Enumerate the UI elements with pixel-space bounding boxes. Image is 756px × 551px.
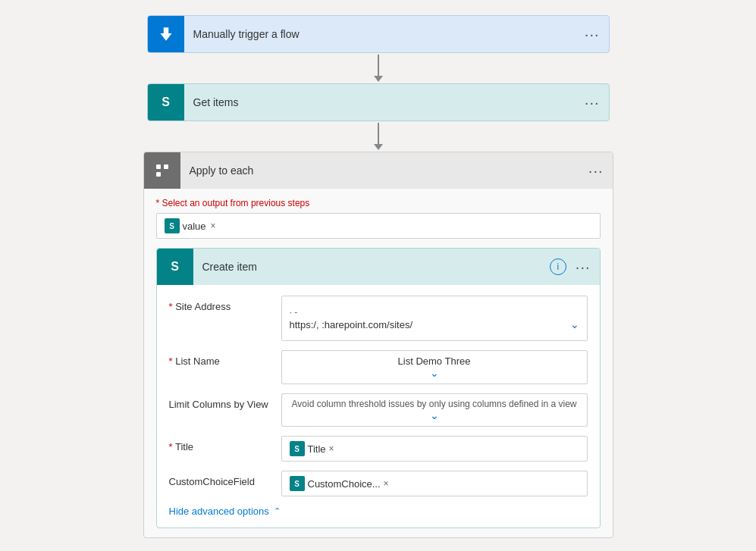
limit-columns-label: Limit Columns by View [169, 393, 275, 410]
limit-columns-input[interactable]: Avoid column threshold issues by only us… [281, 393, 588, 427]
info-button[interactable]: i [550, 258, 566, 275]
create-item-form: * Site Address · - https:/, :harepoint.c… [157, 285, 600, 528]
svg-rect-1 [164, 164, 168, 169]
apply-each-label: Apply to each [180, 154, 579, 187]
list-name-input[interactable]: List Demo Three ⌄ [281, 350, 588, 384]
title-tag-text: Title [308, 443, 326, 455]
limit-columns-chevron: ⌄ [430, 409, 439, 421]
create-item-header: S Create item i ··· [157, 249, 600, 285]
getitems-more-button[interactable]: ··· [576, 94, 609, 111]
value-tag-close[interactable]: × [211, 221, 216, 231]
custom-choice-row: CustomChoiceField S CustomChoice... × [169, 471, 588, 496]
site-address-value: https:/, :harepoint.com/sites/ [290, 319, 413, 330]
hide-advanced-chevron-icon: ⌃ [274, 506, 281, 516]
trigger-label: Manually trigger a flow [184, 17, 576, 51]
apply-each-icon [144, 152, 180, 189]
custom-choice-tag: S CustomChoice... × [290, 476, 579, 491]
limit-columns-row: Limit Columns by View Avoid column thres… [169, 393, 588, 427]
value-tag-icon: S [165, 218, 180, 233]
site-address-placeholder: · - [290, 306, 579, 319]
hide-advanced-label: Hide advanced options [169, 506, 269, 517]
value-tag: S value × [165, 218, 216, 233]
title-label: * Title [169, 436, 275, 452]
value-tag-text: value [183, 221, 206, 232]
site-address-label: * Site Address [169, 296, 275, 312]
getitems-label: Get items [184, 86, 576, 119]
apply-each-more-button[interactable]: ··· [579, 162, 613, 180]
trigger-icon [148, 16, 184, 52]
create-item-actions: i ··· [541, 258, 600, 276]
arrow-2 [374, 123, 383, 150]
custom-choice-tag-close[interactable]: × [384, 478, 389, 489]
trigger-step: Manually trigger a flow ··· [147, 15, 610, 53]
title-row: * Title S Title × [169, 436, 588, 462]
apply-each-body: * Select an output from previous steps S… [144, 189, 613, 537]
create-item-more-button[interactable]: ··· [576, 258, 591, 276]
create-item-label: Create item [193, 250, 541, 283]
hide-advanced-button[interactable]: Hide advanced options ⌃ [169, 506, 588, 517]
svg-rect-0 [156, 164, 161, 169]
site-address-row: * Site Address · - https:/, :harepoint.c… [169, 296, 588, 341]
list-name-row: * List Name List Demo Three ⌄ [169, 350, 588, 384]
getitems-icon: S [148, 84, 184, 121]
apply-each-header: Apply to each ··· [144, 152, 613, 189]
list-name-label: * List Name [169, 350, 275, 367]
custom-choice-tag-text: CustomChoice... [308, 478, 381, 490]
custom-choice-label: CustomChoiceField [169, 471, 275, 487]
apply-each-container: Apply to each ··· * Select an output fro… [143, 152, 613, 538]
create-item-icon: S [157, 249, 193, 285]
arrow-1 [374, 55, 383, 82]
select-output-label: * Select an output from previous steps [156, 198, 601, 208]
limit-columns-value: Avoid column threshold issues by only us… [292, 399, 577, 409]
list-name-value: List Demo Three [398, 355, 471, 367]
site-address-input[interactable]: · - https:/, :harepoint.com/sites/ ⌄ [281, 296, 588, 341]
custom-choice-input[interactable]: S CustomChoice... × [281, 471, 588, 496]
create-item-card: S Create item i ··· * Site Address [156, 248, 601, 528]
title-tag-close[interactable]: × [329, 443, 334, 454]
svg-rect-2 [156, 172, 161, 177]
title-tag: S Title × [290, 441, 579, 456]
getitems-step: S Get items ··· [147, 83, 610, 121]
list-name-chevron: ⌄ [430, 367, 439, 379]
site-address-chevron: ⌄ [570, 318, 579, 330]
value-tag-row[interactable]: S value × [156, 213, 601, 239]
custom-choice-tag-icon: S [290, 476, 305, 491]
title-tag-icon: S [290, 441, 305, 456]
trigger-more-button[interactable]: ··· [576, 26, 609, 43]
title-input[interactable]: S Title × [281, 436, 588, 462]
